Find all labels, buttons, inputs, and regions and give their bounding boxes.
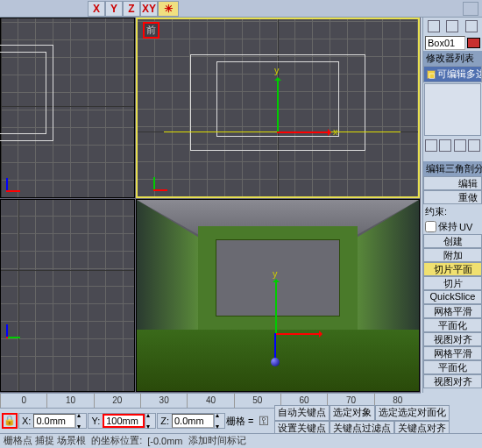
keep-uv-row: 保持 UV	[423, 219, 482, 234]
show-end-icon[interactable]	[439, 139, 451, 152]
coord-y-label: Y:	[89, 416, 103, 426]
viewalign-button[interactable]: 视图对齐	[423, 332, 482, 346]
status-coord-value: [-0.0mm	[147, 436, 182, 446]
top-toolbar: X Y Z XY ☀	[0, 0, 482, 18]
hierarchy-tab-icon[interactable]	[465, 20, 478, 32]
edit-rollout-title[interactable]: 编辑三角剖分	[423, 161, 482, 176]
planarize-button[interactable]: 平面化	[423, 318, 482, 332]
selected-fixed-button[interactable]: 选定选定对面化	[375, 405, 450, 421]
status-add-marker[interactable]: 添加时间标记	[188, 434, 246, 447]
timeline-tick: 0	[0, 394, 46, 408]
axis-y-button[interactable]: Y	[105, 1, 123, 17]
object-color-swatch[interactable]	[467, 38, 480, 48]
grid-axis-v	[18, 200, 19, 391]
status-coord-label: 的坐标位置:	[91, 434, 142, 447]
grid-label: 栅格 =	[226, 415, 253, 428]
viewport-bottom-left[interactable]	[0, 199, 135, 392]
msmooth-button[interactable]: 网格平滑	[423, 304, 482, 318]
constrain-label: 约束:	[425, 205, 447, 218]
object-name-input[interactable]	[425, 36, 465, 50]
coord-y-input[interactable]	[103, 414, 145, 428]
keep-label: 保持	[438, 220, 457, 233]
viewport-top-left[interactable]	[0, 18, 135, 198]
msmooth2-button[interactable]: 网格平滑	[423, 346, 482, 360]
viewalign2-button[interactable]: 视图对齐	[423, 374, 482, 388]
axis-xy-button[interactable]: XY	[140, 1, 158, 17]
edit-button[interactable]: 编辑	[423, 176, 482, 190]
stack-item-label: 可编辑多边	[437, 68, 482, 79]
coord-z-group: Z:	[157, 413, 225, 429]
grid-axis-h	[1, 270, 134, 271]
create-tab-icon[interactable]	[428, 20, 440, 32]
slice-button[interactable]: 切片	[423, 276, 482, 290]
status-bar: 栅格点 捕捉 场景根 的坐标位置: [-0.0mm 添加时间标记	[0, 433, 482, 447]
coord-y-spinner[interactable]	[145, 414, 155, 428]
viewport-axis-tripod	[153, 175, 169, 191]
remove-mod-icon[interactable]	[468, 139, 480, 152]
redo-button[interactable]: 重做	[423, 190, 482, 204]
viewport-front[interactable]: 前 y x	[136, 18, 420, 198]
timeline-tick: 10	[46, 394, 93, 408]
gizmo-y-label: y	[274, 65, 280, 75]
coord-x-spinner[interactable]	[75, 414, 86, 428]
timeline-tick: 50	[234, 394, 280, 408]
stack-toggle-icon[interactable]: ◻	[427, 70, 436, 79]
gizmo-z-axis[interactable]	[274, 333, 276, 359]
viewport-axis-tripod	[6, 323, 22, 338]
keep-uv-checkbox[interactable]	[425, 221, 436, 232]
coord-x-input[interactable]	[33, 414, 75, 428]
wireframe-box-inner	[0, 52, 46, 134]
modifier-stack-area[interactable]	[424, 83, 481, 136]
panel-toggle-button[interactable]	[463, 2, 478, 16]
coord-z-input[interactable]	[172, 414, 214, 428]
constrain-row: 约束:	[423, 204, 482, 219]
viewport-axis-tripod	[6, 176, 22, 192]
gizmo-x-label: x	[333, 126, 338, 137]
gizmo-y-axis[interactable]	[277, 79, 279, 132]
axis-plane-toggle[interactable]: ☀	[158, 1, 179, 17]
viewport-perspective[interactable]: y	[136, 199, 420, 392]
viewport-area: 前 y x	[0, 18, 421, 393]
coord-y-group: Y:	[88, 413, 156, 429]
axis-z-button[interactable]: Z	[123, 1, 140, 17]
timeline-tick: 30	[140, 394, 187, 408]
command-panel-tabs	[423, 18, 482, 35]
unique-icon[interactable]	[454, 139, 466, 152]
planarize2-button[interactable]: 平面化	[423, 360, 482, 374]
bottom-coordinate-bar: 🔒 X: Y: Z: 栅格 = ⚿ 自动关键点 选定对象 选定选定对面化 设置关…	[0, 409, 482, 433]
modify-tab-icon[interactable]	[446, 20, 458, 32]
gizmo-y-label: y	[273, 268, 278, 279]
axis-x-button[interactable]: X	[88, 1, 105, 17]
create-button[interactable]: 创建	[423, 234, 482, 248]
gizmo-x-axis[interactable]	[277, 132, 330, 133]
slice-plane-button[interactable]: 切片平面	[423, 262, 482, 276]
auto-key-button[interactable]: 自动关键点	[274, 405, 330, 421]
key-icon[interactable]: ⚿	[254, 413, 273, 429]
grid-overlay	[1, 200, 134, 391]
gizmo-origin-icon	[271, 358, 280, 366]
coord-z-label: Z:	[158, 416, 172, 426]
viewport-label-front[interactable]: 前	[143, 22, 159, 39]
status-snap: 栅格点 捕捉 场景根	[4, 434, 86, 447]
gizmo-y-axis[interactable]	[275, 281, 277, 333]
command-panel: 修改器列表 ◻可编辑多边 编辑三角剖分 编辑 重做 约束: 保持 UV 创建 附…	[422, 18, 482, 393]
attach-button[interactable]: 附加	[423, 248, 482, 262]
coord-z-spinner[interactable]	[214, 414, 224, 428]
modifier-list-label[interactable]: 修改器列表	[423, 51, 482, 66]
timeline-tick: 40	[187, 394, 233, 408]
lock-selection-button[interactable]: 🔒	[2, 413, 18, 429]
coord-x-group: X:	[18, 413, 87, 429]
gizmo-x-axis[interactable]	[275, 333, 321, 335]
object-name-row	[423, 35, 482, 51]
pin-stack-icon[interactable]	[425, 139, 437, 152]
modifier-stack-item[interactable]: ◻可编辑多边	[423, 66, 482, 82]
keep-suffix: UV	[459, 222, 472, 232]
axis-constraint-buttons: X Y Z XY ☀	[88, 1, 179, 17]
quickslice-button[interactable]: QuickSlice	[423, 290, 482, 304]
selected-obj-button[interactable]: 选定对象	[330, 405, 375, 421]
coord-x-label: X:	[19, 416, 33, 426]
stack-tool-icons	[423, 137, 482, 154]
timeline-tick: 20	[94, 394, 140, 408]
